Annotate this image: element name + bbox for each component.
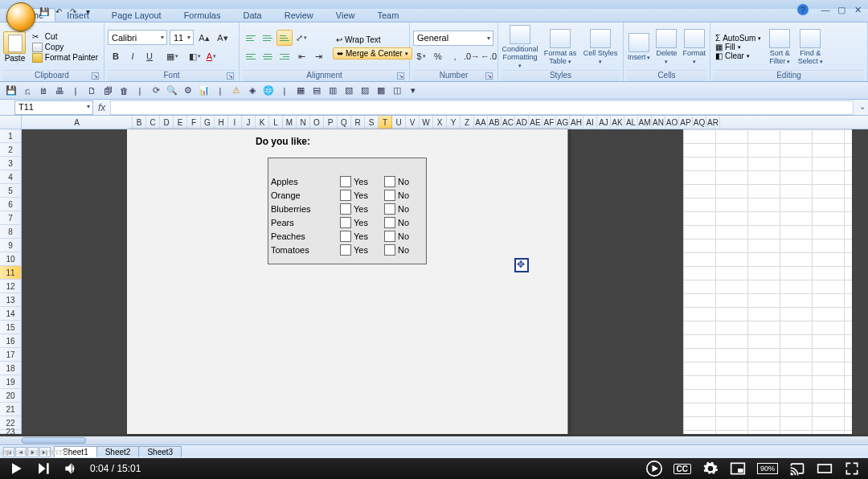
col-header-K[interactable]: K	[256, 116, 269, 129]
row-header-17[interactable]: 17	[0, 348, 22, 362]
font-name-combo[interactable]: Calibri	[108, 30, 167, 45]
row-headers[interactable]: 1234567891011121314151617181920212223	[0, 129, 22, 434]
checkbox-no[interactable]	[384, 176, 395, 187]
row-header-9[interactable]: 9	[0, 239, 22, 252]
delete-cells-button[interactable]: Delete	[654, 29, 678, 65]
decrease-indent-icon[interactable]: ⇤	[293, 48, 309, 64]
col-header-B[interactable]: B	[133, 116, 146, 129]
grow-font-icon[interactable]: A▴	[196, 30, 212, 46]
quick-access-toolbar[interactable]: 💾 ↶ ↷ ▾	[39, 4, 93, 18]
row-header-4[interactable]: 4	[0, 170, 22, 184]
tb-icon[interactable]: 💾	[5, 84, 18, 97]
help-icon[interactable]: ?	[797, 4, 809, 15]
find-select-button[interactable]: Find & Select	[796, 29, 824, 65]
tb-icon[interactable]: ◫	[391, 84, 403, 97]
column-headers[interactable]: ABCDEFGHIJKLMNOPQRSTUVWXYZAAABACADAEAFAG…	[0, 116, 868, 129]
name-box[interactable]: T11	[14, 100, 93, 115]
col-header-AM[interactable]: AM	[638, 116, 652, 129]
tb-icon[interactable]: ◈	[246, 84, 259, 97]
col-header-G[interactable]: G	[201, 116, 215, 129]
restore-icon[interactable]: ▢	[836, 4, 847, 15]
next-button[interactable]	[35, 461, 51, 477]
play-button[interactable]	[8, 461, 24, 477]
copy-button[interactable]: Copy	[30, 43, 100, 52]
tab-team[interactable]: Team	[366, 9, 410, 22]
row-header-20[interactable]: 20	[0, 389, 22, 403]
col-header-AI[interactable]: AI	[583, 116, 597, 129]
volume-button[interactable]	[63, 461, 79, 477]
worksheet-area[interactable]: Do you like: ApplesYesNoOrangeYesNoBlube…	[22, 129, 868, 434]
checkbox-yes[interactable]	[340, 231, 351, 242]
col-header-AJ[interactable]: AJ	[597, 116, 611, 129]
decrease-decimal-icon[interactable]: ←.0	[481, 48, 497, 64]
row-header-1[interactable]: 1	[0, 129, 22, 143]
col-header-AP[interactable]: AP	[679, 116, 693, 129]
tb-icon[interactable]: ▩	[375, 84, 387, 97]
row-header-14[interactable]: 14	[0, 307, 22, 321]
col-header-F[interactable]: F	[187, 116, 201, 129]
tb-icon[interactable]: 🌐	[262, 84, 275, 97]
tb-icon[interactable]: ▾	[407, 84, 420, 97]
tb-icon[interactable]: 🔍	[166, 84, 178, 97]
checkbox-yes[interactable]	[340, 217, 351, 228]
expand-formula-bar-icon[interactable]: ⌄	[857, 102, 868, 113]
col-header-I[interactable]: I	[228, 116, 242, 129]
select-all-corner[interactable]	[0, 116, 22, 129]
checkbox-yes[interactable]	[340, 244, 351, 256]
miniplayer-button[interactable]	[730, 461, 746, 477]
increase-indent-icon[interactable]: ⇥	[310, 48, 326, 64]
checkbox-yes[interactable]	[340, 203, 351, 215]
checkbox-yes[interactable]	[340, 176, 351, 187]
col-header-S[interactable]: S	[365, 116, 379, 129]
tb-icon[interactable]: 🖶	[53, 84, 66, 97]
row-header-16[interactable]: 16	[0, 334, 22, 348]
bold-button[interactable]: B	[108, 48, 124, 64]
row-header-7[interactable]: 7	[0, 211, 22, 225]
col-header-H[interactable]: H	[215, 116, 228, 129]
row-header-8[interactable]: 8	[0, 225, 22, 239]
close-icon[interactable]: ✕	[852, 4, 863, 15]
row-header-10[interactable]: 10	[0, 252, 22, 266]
tb-icon[interactable]: 🗎	[37, 84, 50, 97]
checkbox-no[interactable]	[384, 190, 395, 201]
col-header-AR[interactable]: AR	[706, 116, 720, 129]
col-header-AQ[interactable]: AQ	[693, 116, 706, 129]
col-header-Y[interactable]: Y	[447, 116, 461, 129]
row-header-11[interactable]: 11	[0, 266, 22, 280]
row-header-3[interactable]: 3	[0, 157, 22, 170]
col-header-X[interactable]: X	[433, 116, 447, 129]
checkbox-no[interactable]	[384, 231, 395, 242]
format-cells-button[interactable]: Format	[682, 29, 706, 65]
checkbox-no[interactable]	[384, 244, 395, 256]
quality-badge[interactable]: 90%	[757, 463, 778, 474]
sort-filter-button[interactable]: Sort & Filter	[766, 29, 793, 65]
tab-data[interactable]: Data	[231, 9, 272, 22]
tb-icon[interactable]: ▧	[342, 84, 355, 97]
row-header-2[interactable]: 2	[0, 143, 22, 157]
row-header-21[interactable]: 21	[0, 403, 22, 416]
italic-button[interactable]: I	[125, 48, 141, 64]
play-overlay-button[interactable]	[646, 461, 662, 477]
col-header-AA[interactable]: AA	[474, 116, 488, 129]
tab-review[interactable]: Review	[273, 9, 325, 22]
checkbox-no[interactable]	[384, 217, 395, 228]
dialog-launcher-icon[interactable]: ↘	[397, 72, 404, 80]
col-header-Q[interactable]: Q	[338, 116, 351, 129]
col-header-AO[interactable]: AO	[665, 116, 679, 129]
row-header-19[interactable]: 19	[0, 375, 22, 389]
office-button[interactable]	[6, 2, 35, 31]
fx-icon[interactable]: fx	[98, 102, 105, 113]
tb-icon[interactable]: 🗐	[101, 84, 114, 97]
qat-more-icon[interactable]: ▾	[82, 6, 93, 17]
col-header-Z[interactable]: Z	[461, 116, 474, 129]
cast-button[interactable]	[789, 461, 805, 477]
tab-view[interactable]: View	[325, 9, 366, 22]
underline-button[interactable]: U	[141, 48, 158, 64]
col-header-E[interactable]: E	[174, 116, 187, 129]
cut-button[interactable]: ✂Cut	[30, 32, 100, 42]
col-header-AD[interactable]: AD	[515, 116, 529, 129]
tb-icon[interactable]: ▨	[358, 84, 371, 97]
tb-icon[interactable]: 🗑	[117, 84, 130, 97]
cc-button[interactable]: CC	[674, 464, 691, 474]
col-header-AL[interactable]: AL	[624, 116, 638, 129]
